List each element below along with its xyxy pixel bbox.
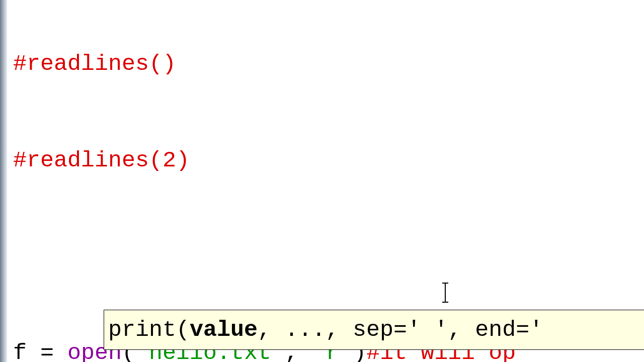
mouse-text-cursor-icon <box>445 283 446 303</box>
code-line[interactable]: #readlines() <box>13 48 644 80</box>
variable: f <box>13 340 40 362</box>
calltip-active-param: value <box>190 317 258 343</box>
comment-text: #readlines(2) <box>13 148 190 173</box>
operator: = <box>40 340 67 362</box>
code-line-blank[interactable] <box>13 241 644 273</box>
calltip-tooltip: print(value, ..., sep=' ', end=' <box>104 310 644 350</box>
calltip-punct: ( <box>176 317 190 343</box>
code-editor[interactable]: #readlines() #readlines(2) f = open("hel… <box>0 0 644 362</box>
calltip-fn: print <box>108 317 176 343</box>
code-line[interactable]: #readlines(2) <box>13 145 644 177</box>
calltip-rest: , ..., sep=' ', end=' <box>258 317 543 343</box>
comment-text: #readlines() <box>13 51 176 77</box>
editor-left-gutter <box>0 0 7 362</box>
